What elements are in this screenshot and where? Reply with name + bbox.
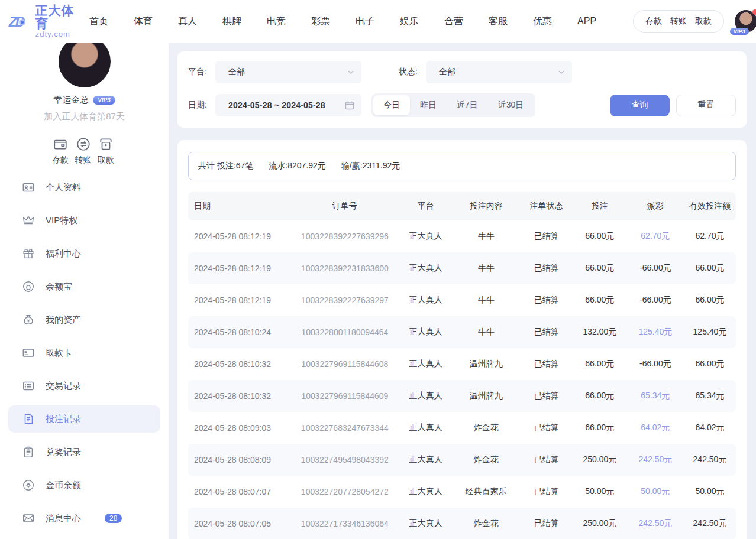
cell-platform: 正大真人 (399, 348, 452, 380)
cell-bet-content: 温州牌九 (452, 380, 520, 412)
cell-payout: -66.00元 (627, 252, 684, 284)
chevron-down-icon (558, 69, 565, 76)
cell-date: 2024-05-28 08:12:19 (188, 220, 290, 252)
nav-esports[interactable]: 电竞 (267, 15, 286, 28)
cell-date: 2024-05-28 08:08:09 (188, 444, 290, 476)
search-button[interactable]: 查询 (610, 95, 670, 116)
sidebar-item-profile[interactable]: 个人资料 (8, 174, 160, 201)
cell-bet-content: 炸金花 (452, 412, 520, 444)
sidebar-item-gold-balance[interactable]: 金币余额 (8, 472, 160, 499)
sidebar-item-bet-records[interactable]: 投注记录 (8, 405, 160, 433)
cell-status: 已结算 (520, 348, 573, 380)
cell-payout: -66.00元 (627, 348, 684, 380)
nav-promo[interactable]: 优惠 (533, 15, 552, 28)
cell-bet-amount: 50.00元 (573, 476, 627, 508)
chevron-down-icon (347, 69, 354, 76)
header-withdraw-link[interactable]: 取款 (695, 16, 712, 27)
summary-winloss: 输/赢:2311.92元 (341, 161, 400, 171)
col-header-date: 日期 (188, 192, 290, 220)
deposit-action[interactable]: 存款 (52, 137, 69, 165)
transfer-icon (76, 137, 91, 152)
table-row: 2024-05-28 08:10:32 1003227969115844608 … (188, 348, 736, 380)
nav-home[interactable]: 首页 (89, 15, 108, 28)
shortcut-today[interactable]: 今日 (373, 95, 410, 115)
nav-live[interactable]: 真人 (178, 15, 197, 28)
col-header-bet: 投注 (573, 192, 627, 220)
sidebar-menu: 个人资料 VIP特权 福利中心 余额宝 (0, 174, 169, 539)
transfer-action[interactable]: 转账 (75, 137, 92, 165)
nav-slots[interactable]: 电子 (356, 15, 374, 28)
col-header-valid: 有效投注额 (684, 192, 736, 220)
header-user[interactable]: VIP3 幸运金总 总资 永久域名: zdty.co (735, 10, 756, 33)
table-row: 2024-05-28 08:10:24 1003228001180094464 … (188, 316, 736, 348)
cell-date: 2024-05-28 08:07:07 (188, 476, 290, 508)
profile-vip-badge: VIP3 (93, 96, 115, 105)
cell-payout: 242.50元 (627, 508, 684, 539)
sidebar-item-yuebao[interactable]: 余额宝 (8, 273, 160, 300)
cell-platform: 正大真人 (399, 284, 452, 316)
cell-valid-bet: 242.50元 (684, 444, 736, 476)
cell-payout: 64.02元 (627, 412, 684, 444)
sidebar-item-vip[interactable]: VIP特权 (8, 207, 160, 234)
cell-payout: 50.00元 (627, 476, 684, 508)
nav-chess[interactable]: 棋牌 (222, 15, 241, 28)
cell-status: 已结算 (520, 476, 573, 508)
cell-valid-bet: 66.00元 (684, 252, 736, 284)
cell-order-number: 1003228392227639296 (290, 220, 399, 252)
cell-bet-amount: 66.00元 (573, 380, 627, 412)
brand-name: 正大体育 (35, 4, 76, 30)
message-count-badge: 28 (105, 514, 122, 523)
bet-records-table: 日期 订单号 平台 投注内容 注单状态 投注 派彩 有效投注额 2024-05-… (188, 192, 736, 539)
top-header: Z D 正大体育 zdty.com 首页 体育 真人 棋牌 电竞 彩票 电子 娱… (0, 0, 756, 43)
reset-button[interactable]: 重置 (676, 95, 736, 116)
header-deposit-link[interactable]: 存款 (645, 16, 662, 27)
cell-platform: 正大真人 (399, 412, 452, 444)
date-filter-label: 日期: (188, 100, 215, 111)
cell-bet-content: 牛牛 (452, 220, 520, 252)
nav-affiliate[interactable]: 合营 (444, 15, 463, 28)
summary-turnover: 流水:8207.92元 (269, 161, 326, 171)
col-header-payout: 派彩 (627, 192, 684, 220)
status-select[interactable]: 全部 (426, 61, 572, 83)
withdraw-action[interactable]: 取款 (98, 137, 114, 165)
brand-logo[interactable]: Z D 正大体育 zdty.com (8, 4, 76, 38)
cell-platform: 正大真人 (399, 476, 452, 508)
sidebar-item-bank-card[interactable]: 取款卡 (8, 339, 160, 366)
sidebar-item-messages[interactable]: 消息中心 28 (8, 505, 160, 532)
cell-valid-bet: 66.00元 (684, 348, 736, 380)
table-row: 2024-05-28 08:07:05 1003227173346136064 … (188, 508, 736, 539)
cell-valid-bet: 125.40元 (684, 316, 736, 348)
cell-status: 已结算 (520, 316, 573, 348)
cell-bet-content: 温州牌九 (452, 348, 520, 380)
cell-bet-amount: 66.00元 (573, 284, 627, 316)
id-card-icon (22, 181, 35, 194)
table-row: 2024-05-28 08:09:03 1003227683247673344 … (188, 412, 736, 444)
transaction-list-icon (22, 379, 35, 392)
crown-icon (22, 214, 35, 227)
table-row: 2024-05-28 08:12:19 1003228392227639296 … (188, 220, 736, 252)
nav-lottery[interactable]: 彩票 (311, 15, 330, 28)
nav-entertainment[interactable]: 娱乐 (400, 15, 419, 28)
nav-app[interactable]: APP (577, 16, 596, 27)
date-range-input[interactable]: 2024-05-28 ~ 2024-05-28 (215, 94, 361, 116)
col-header-status: 注单状态 (520, 192, 573, 220)
shortcut-30days[interactable]: 近30日 (488, 95, 534, 115)
platform-select[interactable]: 全部 (215, 61, 361, 83)
header-transfer-link[interactable]: 转账 (670, 16, 687, 27)
nav-sports[interactable]: 体育 (134, 15, 153, 28)
cell-bet-content: 炸金花 (452, 444, 520, 476)
nav-support[interactable]: 客服 (489, 15, 508, 28)
cell-valid-bet: 242.50元 (684, 508, 736, 539)
cell-status: 已结算 (520, 444, 573, 476)
shortcut-yesterday[interactable]: 昨日 (410, 95, 447, 115)
cell-valid-bet: 50.00元 (684, 476, 736, 508)
table-row: 2024-05-28 08:08:09 1003227495498043392 … (188, 444, 736, 476)
sidebar-item-redeem-records[interactable]: 兑奖记录 (8, 439, 160, 466)
summary-bar: 共计 投注:67笔 流水:8207.92元 输/赢:2311.92元 (188, 152, 736, 180)
sidebar-item-welfare[interactable]: 福利中心 (8, 240, 160, 267)
cell-bet-content: 牛牛 (452, 284, 520, 316)
sidebar-item-transactions[interactable]: 交易记录 (8, 372, 160, 400)
vip-badge: VIP3 (730, 28, 749, 35)
sidebar-item-assets[interactable]: 我的资产 (8, 306, 160, 333)
shortcut-7days[interactable]: 近7日 (447, 95, 488, 115)
